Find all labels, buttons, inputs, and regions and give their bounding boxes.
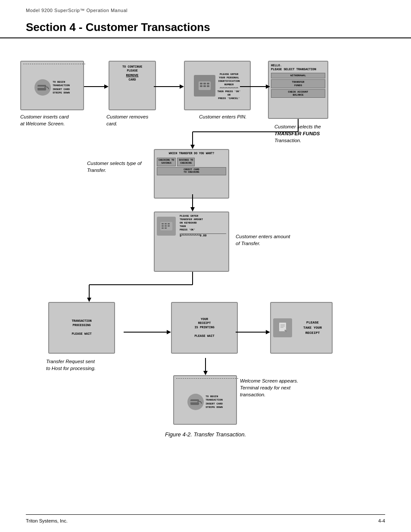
- diagram-container: TO BEGINTRANSACTIONINSERT CARDSTRIPE DOW…: [20, 52, 391, 427]
- svg-rect-33: [165, 223, 167, 224]
- btn-credit-checking: CREDIT CARDTO CHECKING: [157, 167, 226, 175]
- caption-transfer-type: Customer selects type ofTransfer.: [87, 160, 152, 174]
- screen-select-transaction: HELLO.PLEASE SELECT TRANSACTION WITHDRAW…: [268, 61, 328, 119]
- header-text: Model 9200 SuperScrip™ Operation Manual: [26, 8, 128, 13]
- caption-processing: Transfer Request sentto Host for process…: [46, 358, 128, 372]
- screen-enter-amount: PLEASE ENTERTRANSFER AMOUNTON KEYBOARDTH…: [154, 212, 229, 272]
- svg-rect-25: [200, 83, 202, 84]
- svg-marker-19: [266, 330, 270, 334]
- svg-rect-29: [203, 85, 206, 87]
- figure-area: TO BEGINTRANSACTIONINSERT CARDSTRIPE DOW…: [0, 39, 411, 451]
- screen-processing: TRANSACTIONPROCESSINGPLEASE WAIT: [48, 302, 115, 354]
- svg-rect-32: [162, 223, 164, 224]
- svg-rect-30: [207, 85, 209, 87]
- btn-checking-savings: CHECKING TOSAVINGS: [157, 158, 176, 166]
- caption-remove-card: Customer removescard.: [106, 113, 162, 127]
- section-title-text: Section 4 - Customer Transactions: [26, 21, 210, 34]
- btn-withdrawal: WITHDRAWAL: [271, 73, 325, 78]
- caption-select-transaction: Customer selects theTRANSFER FUNDSTransa…: [274, 123, 361, 144]
- caption-enter-amount: Customer enters amountof Transfer.: [236, 233, 322, 247]
- btn-check-balance: CHECK ACCOUNTBALANCE: [271, 89, 325, 98]
- svg-marker-1: [104, 84, 109, 89]
- svg-rect-26: [203, 83, 206, 84]
- svg-rect-39: [165, 227, 167, 229]
- svg-rect-37: [168, 225, 170, 227]
- svg-rect-36: [165, 225, 167, 227]
- figure-caption: Figure 4-2. Transfer Transaction.: [17, 431, 394, 438]
- page-footer: Triton Systems, Inc. 4-4: [26, 514, 385, 523]
- svg-marker-9: [190, 145, 195, 149]
- svg-marker-15: [87, 298, 91, 302]
- svg-marker-11: [190, 207, 195, 212]
- svg-rect-38: [162, 227, 164, 229]
- footer-right: 4-4: [378, 518, 385, 523]
- footer-left: Triton Systems, Inc.: [26, 518, 68, 523]
- btn-transfer-funds: TRANSFERFUNDS: [271, 79, 325, 88]
- svg-rect-34: [168, 223, 170, 224]
- screen-transfer-select: WHICH TRANSFER DO YOU WANT? CHECKING TOS…: [154, 149, 229, 199]
- section-title: Section 4 - Customer Transactions: [0, 13, 411, 38]
- caption-insert-card: Customer inserts cardat Welcome Screen.: [20, 113, 89, 127]
- svg-rect-35: [162, 225, 164, 227]
- svg-rect-27: [207, 83, 209, 84]
- screen-welcome: TO BEGINTRANSACTIONINSERT CARDSTRIPE DOW…: [20, 61, 84, 110]
- screen-remove-card: TO CONTINUEPLEASE REMOVE CARD: [109, 61, 156, 110]
- svg-marker-21: [203, 371, 208, 375]
- screen-receipt-printing: YOURRECEIPTIS PRINTINGPLEASE WAIT: [171, 302, 238, 354]
- screen-enter-pin: PLEASE ENTERYOUR PERSONALIDENTIFICATIONN…: [184, 61, 251, 110]
- svg-marker-17: [167, 330, 171, 334]
- screen-welcome-again: TO BEGINTRANSACTIONINSERT CARDSTRIPE DOW…: [173, 375, 237, 425]
- svg-marker-3: [180, 84, 184, 89]
- page-header: Model 9200 SuperScrip™ Operation Manual: [0, 0, 411, 13]
- svg-rect-28: [200, 85, 202, 87]
- btn-savings-checking: SAVINGS TOCHECKING: [177, 158, 195, 166]
- caption-welcome-again: Welcome Screen appears.Terminal ready fo…: [240, 377, 343, 398]
- screen-take-receipt: PLEASETAKE YOURRECEIPT: [270, 302, 333, 354]
